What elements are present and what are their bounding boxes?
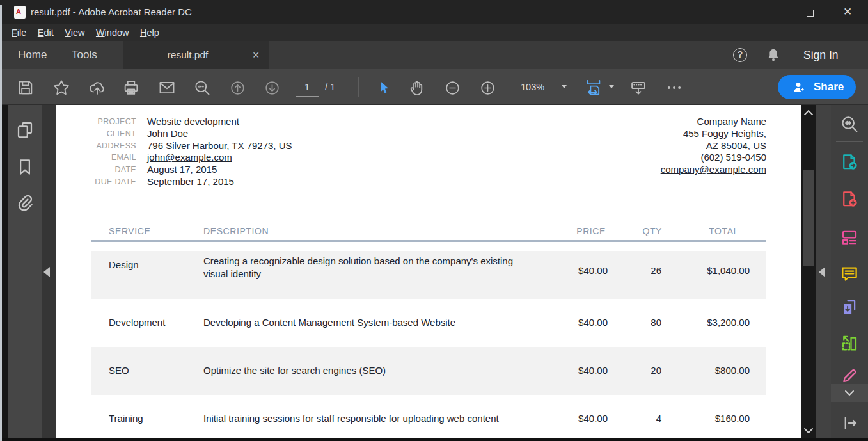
table-header-rule	[91, 240, 766, 242]
share-button-label: Share	[814, 75, 844, 99]
client-email-link[interactable]: john@example.com	[147, 152, 292, 164]
col-header-description: DESCRIPTION	[203, 226, 269, 236]
right-tools-panel	[831, 105, 868, 438]
share-person-icon	[792, 79, 807, 95]
fit-width-icon[interactable]	[585, 79, 603, 97]
marquee-zoom-icon[interactable]	[840, 115, 859, 134]
help-icon[interactable]: ?	[733, 48, 747, 62]
notification-bell-icon[interactable]	[765, 47, 782, 63]
maximize-button[interactable]	[796, 0, 824, 24]
export-pdf-icon[interactable]	[840, 152, 859, 172]
window-left-edge	[0, 5, 2, 441]
acrobat-window: A result.pdf - Adobe Acrobat Reader DC –…	[0, 0, 868, 441]
left-navigation-panel	[8, 105, 42, 438]
tab-tools[interactable]: Tools	[72, 41, 97, 69]
table-row: Development Developing a Content Managem…	[91, 299, 766, 347]
tab-document-label: result.pdf	[130, 41, 246, 69]
edit-pdf-icon[interactable]	[840, 227, 859, 246]
collapse-left-arrow-icon[interactable]	[43, 267, 50, 277]
invoice-info-labels: PROJECT CLIENT ADDRESS EMAIL DATE DUE DA…	[56, 116, 136, 188]
table-row: Training Initial training sessions for s…	[91, 395, 766, 438]
menu-window[interactable]: Window	[96, 24, 129, 41]
panel-divider	[836, 141, 863, 142]
menu-file[interactable]: File	[12, 24, 26, 41]
panel-scroll-strip[interactable]	[831, 384, 868, 402]
open-tools-pane-icon[interactable]	[840, 413, 859, 433]
save-icon[interactable]	[17, 79, 35, 97]
select-tool-icon[interactable]	[376, 80, 392, 96]
menu-help[interactable]: Help	[140, 24, 159, 41]
previous-page-icon[interactable]	[230, 80, 246, 96]
toolbar: 1 / 1 103% Share	[0, 69, 868, 105]
zoom-caret-icon	[562, 85, 567, 88]
reading-mode-icon[interactable]	[629, 79, 647, 97]
hand-tool-icon[interactable]	[408, 79, 426, 97]
title-bar: A result.pdf - Adobe Acrobat Reader DC –…	[0, 0, 868, 24]
zoom-level-control[interactable]: 103%	[516, 77, 571, 97]
col-header-price: PRICE	[542, 226, 606, 236]
combine-files-icon[interactable]	[840, 298, 859, 317]
minimize-button[interactable]: –	[757, 0, 785, 24]
search-icon[interactable]	[193, 79, 211, 97]
bookmarks-icon[interactable]	[15, 157, 35, 177]
create-pdf-icon[interactable]	[840, 189, 859, 209]
collapse-right-arrow-icon[interactable]	[819, 267, 825, 277]
page-thumbnails-icon[interactable]	[15, 120, 35, 140]
left-edge-strip	[2, 105, 8, 438]
table-row: SEO Optimize the site for search engines…	[91, 347, 766, 395]
attachments-icon[interactable]	[15, 193, 35, 212]
page-number-input[interactable]: 1	[296, 77, 319, 97]
fit-width-caret-icon[interactable]	[609, 85, 614, 88]
menu-view[interactable]: View	[65, 24, 84, 41]
pdf-file-icon: A	[14, 6, 26, 19]
vertical-scrollbar[interactable]	[801, 105, 816, 438]
zoom-level-value: 103%	[521, 77, 544, 97]
zoom-in-icon[interactable]	[480, 80, 496, 96]
invoice-info-values: Website development John Doe 796 Silver …	[147, 116, 292, 188]
right-panel-grabber[interactable]	[816, 105, 831, 438]
sign-in-button[interactable]: Sign In	[803, 41, 838, 69]
menu-bar: File Edit View Window Help	[0, 24, 868, 41]
tab-home[interactable]: Home	[18, 41, 47, 69]
window-bottom-edge	[0, 438, 868, 441]
main-area: PROJECT CLIENT ADDRESS EMAIL DATE DUE DA…	[0, 105, 868, 438]
scrollbar-thumb[interactable]	[803, 170, 814, 266]
menu-edit[interactable]: Edit	[38, 24, 54, 41]
tab-bar: Home Tools result.pdf ✕ ? Sign In	[0, 41, 868, 69]
window-title: result.pdf - Adobe Acrobat Reader DC	[31, 0, 192, 24]
cloud-upload-icon[interactable]	[88, 79, 106, 97]
favorite-star-icon[interactable]	[52, 79, 70, 97]
pdf-page: PROJECT CLIENT ADDRESS EMAIL DATE DUE DA…	[56, 105, 801, 438]
tab-close-icon[interactable]: ✕	[252, 41, 260, 69]
organize-pages-icon[interactable]	[840, 334, 859, 353]
zoom-out-icon[interactable]	[445, 80, 461, 96]
print-icon[interactable]	[122, 79, 140, 97]
col-header-total: TOTAL	[675, 226, 739, 236]
close-button[interactable]: ✕	[833, 0, 862, 24]
comment-icon[interactable]	[840, 264, 859, 284]
table-row: Design Creating a recognizable design so…	[91, 251, 766, 299]
col-header-service: SERVICE	[109, 226, 150, 236]
company-block: Company Name 455 Foggy Heights, AZ 85004…	[661, 116, 766, 176]
next-page-icon[interactable]	[264, 80, 280, 96]
company-email-link[interactable]: company@example.com	[661, 164, 766, 176]
more-tools-icon[interactable]	[665, 79, 683, 97]
col-header-qty: QTY	[598, 226, 662, 236]
fill-sign-icon[interactable]	[840, 364, 859, 383]
page-count-label: / 1	[325, 77, 335, 97]
left-panel-grabber[interactable]	[42, 105, 56, 438]
toolbar-separator	[358, 77, 359, 97]
share-button[interactable]: Share	[778, 75, 856, 99]
email-icon[interactable]	[158, 79, 176, 97]
tab-document[interactable]: result.pdf ✕	[123, 41, 269, 69]
